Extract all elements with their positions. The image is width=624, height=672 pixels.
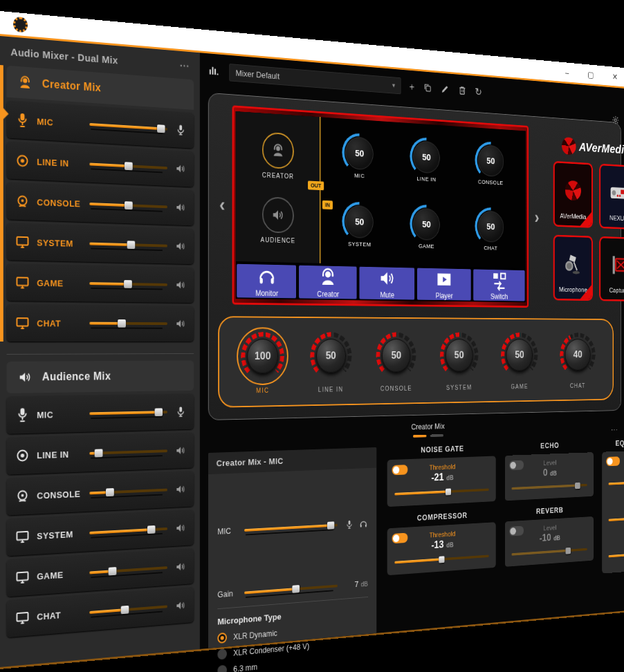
channel-row-system[interactable]: SYSTEM	[7, 510, 194, 556]
mute-button[interactable]: Mute	[359, 267, 414, 300]
sidebar-divider	[7, 353, 194, 355]
channel-row-console[interactable]: CONSOLE	[7, 471, 194, 515]
speaker-icon[interactable]	[175, 521, 187, 535]
switch-button[interactable]: Switch	[473, 269, 525, 301]
console-volume-slider[interactable]	[89, 485, 167, 498]
headphones-icon[interactable]	[359, 477, 368, 571]
screen-knob-mic[interactable]: 50 MIC	[345, 136, 374, 180]
noise-gate-toggle[interactable]	[392, 465, 408, 475]
tile-microphone[interactable]: Microphone	[553, 235, 593, 301]
page-indicator[interactable]	[430, 434, 443, 437]
noise-gate-slider[interactable]	[394, 485, 488, 498]
sidebar-menu-button[interactable]: ⋯	[179, 59, 190, 72]
tile-capture[interactable]: Capture	[599, 236, 624, 301]
echo-toggle[interactable]	[509, 460, 524, 471]
mic-icon	[15, 111, 30, 129]
mic-monitor-icon[interactable]	[175, 123, 187, 137]
channel-row-system[interactable]: SYSTEM	[7, 223, 194, 264]
delete-preset-button[interactable]	[458, 84, 467, 96]
player-button[interactable]: Player	[417, 268, 470, 301]
line-in-volume-slider[interactable]	[89, 160, 167, 173]
channel-row-line-in[interactable]: LINE IN	[7, 142, 194, 187]
detail-mic-slider[interactable]	[244, 521, 338, 534]
screen-knob-system[interactable]: 50 SYSTEM	[345, 205, 374, 248]
radio-unselected[interactable]	[217, 648, 227, 660]
knob-chat[interactable]: 40 CHAT	[560, 334, 596, 389]
audience-mode-button[interactable]: AUDIENCE	[261, 196, 295, 244]
duplicate-preset-button[interactable]	[423, 82, 432, 93]
screen-knob-console[interactable]: 50 CONSOLE	[478, 144, 504, 186]
brand-logo: AVerMedia	[562, 137, 624, 158]
screen-knob-chat[interactable]: 50 CHAT	[478, 210, 504, 251]
mic-volume-slider[interactable]	[89, 120, 167, 133]
creator-mode-button[interactable]: CREATOR	[262, 131, 294, 180]
speaker-icon[interactable]	[175, 560, 187, 574]
speaker-icon[interactable]	[175, 483, 187, 496]
gain-slider[interactable]	[244, 581, 338, 597]
game-volume-slider[interactable]	[89, 279, 167, 289]
radio-selected[interactable]	[217, 633, 227, 644]
line-in-volume-slider[interactable]	[89, 447, 167, 458]
chevron-down-icon: ▾	[392, 81, 395, 89]
speaker-icon[interactable]	[175, 317, 187, 330]
knob-system[interactable]: 50 SYSTEM	[439, 333, 479, 391]
compressor-slider[interactable]	[394, 552, 488, 567]
treble-slider[interactable]	[609, 478, 624, 488]
maximize-button[interactable]: ▢	[587, 70, 594, 78]
knob-mic[interactable]: 100 MIC	[240, 333, 284, 395]
edit-preset-button[interactable]	[441, 83, 450, 95]
next-page-chevron[interactable]: ›	[531, 208, 542, 226]
system-volume-slider[interactable]	[89, 524, 167, 538]
channel-row-line-in[interactable]: LINE IN	[7, 432, 194, 474]
speaker-icon[interactable]	[175, 599, 187, 613]
prev-page-chevron[interactable]: ‹	[216, 194, 229, 214]
speaker-icon[interactable]	[175, 279, 187, 292]
video-player-icon	[417, 268, 470, 291]
minimize-button[interactable]: –	[565, 68, 569, 76]
knob-line-in[interactable]: 50 LINE IN	[309, 333, 352, 393]
page-indicator-active[interactable]	[413, 435, 427, 438]
close-button[interactable]: ✕	[612, 72, 618, 80]
effects-area: NOISE GATE Threshold -21dB COMPRESSOR Th	[387, 439, 621, 632]
radio-unselected[interactable]	[217, 665, 227, 672]
equalizer-toggle[interactable]	[606, 456, 620, 466]
knob-game[interactable]: 50 GAME	[500, 334, 538, 391]
game-volume-slider[interactable]	[89, 563, 167, 577]
screen-knob-game[interactable]: 50 GAME	[413, 207, 440, 249]
monitor-button[interactable]: Monitor	[237, 264, 296, 299]
mic-icon[interactable]	[345, 477, 354, 571]
mic-volume-slider[interactable]	[89, 407, 167, 418]
mid-slider[interactable]	[609, 513, 624, 524]
speaker-icon[interactable]	[175, 200, 187, 214]
reverb-toggle[interactable]	[509, 526, 524, 536]
channel-row-chat[interactable]: CHAT	[7, 304, 194, 342]
mic-monitor-icon[interactable]	[175, 405, 187, 418]
speaker-icon[interactable]	[175, 162, 187, 176]
preset-dropdown[interactable]: Mixer Default ▾	[229, 64, 401, 94]
console-volume-slider[interactable]	[89, 199, 167, 212]
channel-row-console[interactable]: CONSOLE	[7, 182, 194, 225]
chat-volume-slider[interactable]	[89, 602, 167, 617]
speaker-icon[interactable]	[175, 444, 187, 458]
settings-gear-icon[interactable]	[612, 115, 619, 125]
tile-avermedia[interactable]: AVerMedia	[553, 161, 593, 228]
add-preset-button[interactable]: +	[410, 81, 415, 92]
creator-button[interactable]: Creator	[299, 265, 356, 299]
pager-menu-button[interactable]: ⋯	[611, 424, 618, 435]
bass-slider[interactable]	[609, 549, 624, 561]
echo-slider[interactable]	[512, 481, 587, 493]
mic-icon	[15, 407, 30, 423]
speaker-icon[interactable]	[175, 239, 187, 252]
knob-console[interactable]: 50 CONSOLE	[376, 333, 416, 392]
audience-mix-header[interactable]: Audience Mix	[7, 360, 194, 393]
screen-knob-line-in[interactable]: 50 LINE IN	[413, 140, 440, 183]
tile-nexus[interactable]: NEXUS	[599, 164, 624, 230]
channel-row-game[interactable]: GAME	[7, 263, 194, 303]
compressor-toggle[interactable]	[392, 533, 408, 544]
reverb-slider[interactable]	[512, 545, 587, 559]
chat-volume-slider[interactable]	[89, 319, 167, 328]
channel-row-mic[interactable]: MIC	[7, 394, 194, 434]
refresh-button[interactable]: ↻	[475, 86, 481, 97]
app-window: – ▢ ✕ Audio Mixer - Dual Mix ⋯ Creator M…	[0, 11, 624, 669]
system-volume-slider[interactable]	[89, 239, 167, 251]
